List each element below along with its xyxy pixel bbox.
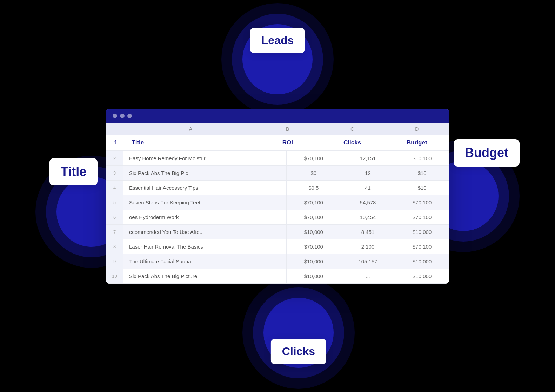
row-num-9: 9 bbox=[106, 254, 123, 269]
cell-clicks: 54,578 bbox=[341, 195, 395, 210]
cell-title: Essential Hair Accessory Tips bbox=[123, 180, 287, 195]
cell-title: ecommended You To Use Afte... bbox=[123, 224, 287, 239]
col-header-b: B bbox=[255, 123, 320, 135]
cell-title: Six Pack Abs The Big Picture bbox=[123, 269, 287, 283]
cell-clicks: ... bbox=[341, 269, 395, 283]
table-row: 9The Ultimate Facial Sauna$10,000105,157… bbox=[106, 254, 449, 269]
data-rows-table: 2Easy Home Remedy For Moistur...$70,1001… bbox=[106, 151, 449, 284]
dot-1 bbox=[113, 114, 117, 118]
header-budget: Budget bbox=[385, 135, 449, 150]
dot-3 bbox=[127, 114, 132, 118]
row-num-5: 5 bbox=[106, 195, 123, 210]
cell-budget: $70,100 bbox=[395, 239, 449, 254]
row-num-6: 6 bbox=[106, 210, 123, 224]
table-row: 7ecommended You To Use Afte...$10,0008,4… bbox=[106, 224, 449, 239]
cell-clicks: 41 bbox=[341, 180, 395, 195]
cell-clicks: 12,151 bbox=[341, 151, 395, 165]
scene: Leads Title Budget Clicks A B C D bbox=[67, 38, 488, 354]
cell-roi: $70,100 bbox=[286, 239, 341, 254]
cell-title: Six Pack Abs The Big Pic bbox=[123, 165, 287, 180]
cell-clicks: 105,157 bbox=[341, 254, 395, 269]
cell-budget: $70,100 bbox=[395, 195, 449, 210]
cell-roi: $10,000 bbox=[286, 254, 341, 269]
cell-roi: $70,100 bbox=[286, 151, 341, 165]
cell-roi: $10,000 bbox=[286, 269, 341, 283]
cell-roi: $10,000 bbox=[286, 224, 341, 239]
cell-clicks: 12 bbox=[341, 165, 395, 180]
budget-label: Budget bbox=[454, 139, 520, 167]
leads-label: Leads bbox=[250, 28, 305, 53]
header-roi: ROI bbox=[255, 135, 320, 150]
header-clicks: Clicks bbox=[320, 135, 385, 150]
table-row: 6oes Hydroderm Work$70,10010,454$70,100 bbox=[106, 210, 449, 224]
col-header-d: D bbox=[385, 123, 449, 135]
dot-2 bbox=[120, 114, 125, 118]
cell-title: Easy Home Remedy For Moistur... bbox=[123, 151, 287, 165]
cell-roi: $0 bbox=[286, 165, 341, 180]
cell-budget: $70,100 bbox=[395, 210, 449, 224]
cell-budget: $10,100 bbox=[395, 151, 449, 165]
row-num-4: 4 bbox=[106, 180, 123, 195]
cell-clicks: 2,100 bbox=[341, 239, 395, 254]
cell-budget: $10,000 bbox=[395, 254, 449, 269]
cell-clicks: 10,454 bbox=[341, 210, 395, 224]
cell-roi: $0.5 bbox=[286, 180, 341, 195]
cell-budget: $10 bbox=[395, 165, 449, 180]
cell-roi: $70,100 bbox=[286, 210, 341, 224]
row-num-1: 1 bbox=[106, 135, 126, 150]
cell-title: The Ultimate Facial Sauna bbox=[123, 254, 287, 269]
row-num-7: 7 bbox=[106, 224, 123, 239]
cell-roi: $70,100 bbox=[286, 195, 341, 210]
table-row: 3Six Pack Abs The Big Pic$012$10 bbox=[106, 165, 449, 180]
row-num-8: 8 bbox=[106, 239, 123, 254]
row-num-10: 10 bbox=[106, 269, 123, 283]
cell-budget: $10 bbox=[395, 180, 449, 195]
data-header-row: 1 Title ROI Clicks Budget bbox=[106, 135, 449, 150]
column-header-row: A B C D bbox=[106, 123, 449, 135]
col-header-a: A bbox=[126, 123, 255, 135]
table-row: 4Essential Hair Accessory Tips$0.541$10 bbox=[106, 180, 449, 195]
titlebar bbox=[106, 109, 449, 123]
col-header-rownum bbox=[106, 123, 126, 135]
cell-budget: $10,000 bbox=[395, 269, 449, 283]
row-num-2: 2 bbox=[106, 151, 123, 165]
col-header-c: C bbox=[320, 123, 385, 135]
cell-title: Laser Hair Removal The Basics bbox=[123, 239, 287, 254]
clicks-label: Clicks bbox=[271, 339, 326, 364]
row-num-3: 3 bbox=[106, 165, 123, 180]
table-row: 8Laser Hair Removal The Basics$70,1002,1… bbox=[106, 239, 449, 254]
spreadsheet-window: A B C D 1 Title ROI Clicks Budget 2Easy bbox=[106, 109, 449, 284]
table-row: 2Easy Home Remedy For Moistur...$70,1001… bbox=[106, 151, 449, 165]
cell-clicks: 8,451 bbox=[341, 224, 395, 239]
table-row: 5Seven Steps For Keeping Teet...$70,1005… bbox=[106, 195, 449, 210]
cell-budget: $10,000 bbox=[395, 224, 449, 239]
title-label: Title bbox=[49, 158, 98, 185]
header-title: Title bbox=[126, 135, 255, 150]
cell-title: oes Hydroderm Work bbox=[123, 210, 287, 224]
spreadsheet-table: A B C D 1 Title ROI Clicks Budget bbox=[106, 123, 449, 151]
cell-title: Seven Steps For Keeping Teet... bbox=[123, 195, 287, 210]
table-row: 10Six Pack Abs The Big Picture$10,000...… bbox=[106, 269, 449, 283]
